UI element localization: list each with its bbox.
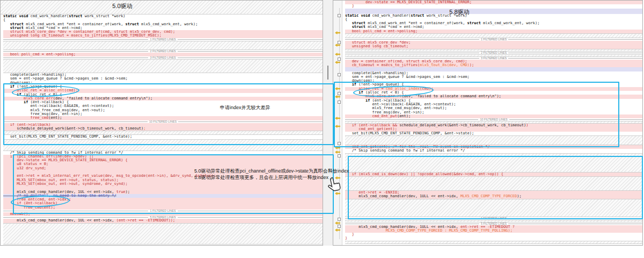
code-line: cb_timeout = msecs_to_jiffies(mlx5_tout_… <box>345 63 642 67</box>
splitter-handle[interactable] <box>327 66 328 80</box>
code-line: complete(&ent->handling); <box>345 71 642 75</box>
fold-toggle-icon[interactable] <box>338 58 341 61</box>
annotation-text: 5.8驱动异常处理检查项更多，且会在上层调用中统一释放index <box>194 174 328 181</box>
code-line: dev->state == MLX5_DEVICE_STATE_INTERNAL… <box>345 1 642 4</box>
fold-toggle-icon[interactable] <box>338 154 341 157</box>
collapsed-region <box>1 1 323 15</box>
filtered-lines-label: 1 FILTERED LINES <box>148 38 177 41</box>
right-pane-title: 5.8驱动 <box>422 8 497 16</box>
filtered-lines-label: 1 FILTERED LINES <box>479 38 508 41</box>
highlight-rectangle <box>348 156 643 219</box>
code-line: mlx5_cmd_comp_handler(dev, 1ULL << ent->… <box>345 225 642 229</box>
code-line: struct mlx5_cmd_work_ent *ent = containe… <box>3 23 323 26</box>
fold-toggle-icon[interactable] <box>338 73 341 76</box>
code-line: unsigned long cb_timeout; <box>345 45 642 48</box>
code-line: struct mlx5_cmd *cmd = ent->cmd; <box>3 26 323 30</box>
collapsed-region <box>3 223 323 245</box>
collapsed-region <box>3 59 323 73</box>
left-pane-title: 5.0驱动 <box>85 2 160 10</box>
code-line: { <box>345 18 642 22</box>
fold-toggle-icon[interactable] <box>338 14 341 17</box>
code-line: struct mlx5_cmd *cmd = ent->cmd; <box>345 25 642 29</box>
code-line: struct mlx5_core_dev *dev = container_of… <box>3 30 323 34</box>
filtered-lines-label: 2 FILTERED LINES <box>479 52 508 54</box>
code-line: bool poll_cmd = ent->polling; <box>345 30 642 33</box>
code-line: } <box>345 236 642 240</box>
code-line: /* Skip sending command to fw if interna… <box>345 149 642 153</box>
code-line: } <box>345 233 642 236</box>
code-line: static void cmd_work_handler(struct work… <box>3 15 323 18</box>
diff-app: { "titles": { "left": "5.0驱动", "right": … <box>0 0 644 258</box>
code-line: sem = ent->page_queue ? &cmd->pages_sem … <box>3 77 323 81</box>
highlight-rectangle <box>13 154 334 214</box>
code-line: struct mlx5_core_dev *dev; <box>345 41 642 45</box>
code-line: MLX5_CMD_COMP_TYPE_FORCED : MLX5_CMD_COM… <box>345 229 642 233</box>
code-line: complete(&ent->handling); <box>3 73 323 77</box>
annotation-text: 申请index并无较大差异 <box>220 104 270 111</box>
fold-toggle-icon[interactable] <box>338 225 341 228</box>
code-line: sem = ent->page_queue ? &cmd->pages_sem … <box>345 75 642 79</box>
code-line: struct mlx5_cmd_work_ent *ent = containe… <box>345 22 642 25</box>
fold-toggle-icon[interactable] <box>338 218 341 221</box>
code-line: { <box>3 18 323 22</box>
mouse-cursor <box>325 176 342 194</box>
collapsed-region <box>345 241 642 244</box>
collapsed-region <box>3 41 323 50</box>
fold-toggle-icon[interactable] <box>338 41 341 44</box>
filtered-lines-label: 3 FILTERED LINES <box>148 56 177 59</box>
code-line: dev = container_of(cmd, struct mlx5_core… <box>345 60 642 63</box>
filtered-lines-label: 3 FILTERED LINES <box>479 57 508 60</box>
code-line: mlx5_cmd_comp_handler(dev, 1UL << ent->i… <box>3 219 323 223</box>
code-line <box>345 67 642 71</box>
filtered-lines-label: 2 FILTERED LINES <box>148 50 177 53</box>
